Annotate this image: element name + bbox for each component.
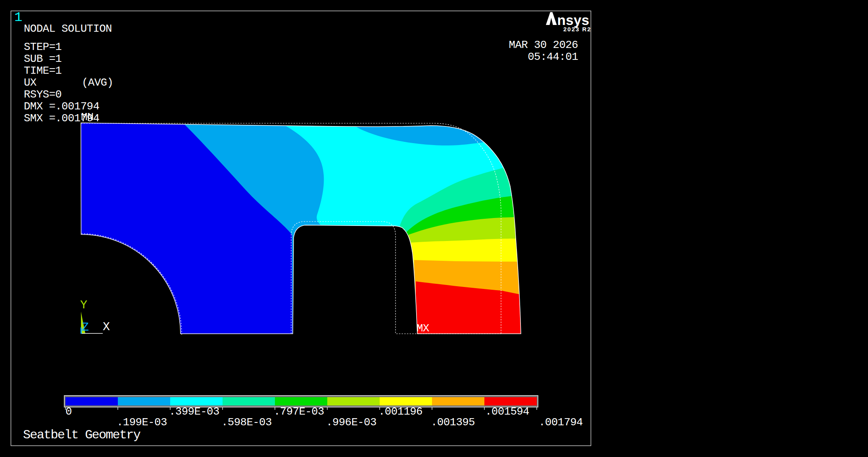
svg-text:1: 1	[14, 10, 22, 25]
svg-text:.001395: .001395	[431, 416, 475, 428]
svg-text:.598E-03: .598E-03	[221, 416, 272, 428]
svg-text:(AVG): (AVG)	[82, 76, 113, 89]
svg-text:.001794: .001794	[539, 416, 583, 428]
svg-text:STEP=1: STEP=1	[24, 41, 61, 53]
svg-text:MX: MX	[417, 322, 430, 335]
svg-text:NODAL SOLUTION: NODAL SOLUTION	[24, 23, 112, 35]
svg-text:05:44:01: 05:44:01	[528, 51, 578, 63]
svg-text:0: 0	[65, 405, 72, 418]
svg-text:.797E-03: .797E-03	[274, 405, 324, 418]
svg-text:.996E-03: .996E-03	[326, 416, 376, 428]
svg-text:Z: Z	[82, 321, 88, 334]
svg-text:.001594: .001594	[485, 405, 529, 418]
svg-text:.001196: .001196	[378, 405, 422, 418]
svg-text:2023 R2: 2023 R2	[563, 26, 591, 33]
svg-text:.199E-03: .199E-03	[117, 416, 167, 428]
svg-text:Y: Y	[80, 298, 87, 312]
svg-text:.399E-03: .399E-03	[169, 405, 219, 418]
svg-text:TIME=1: TIME=1	[24, 65, 61, 77]
svg-text:SUB =1: SUB =1	[24, 53, 61, 65]
svg-text:Seatbelt Geometry: Seatbelt Geometry	[23, 428, 141, 442]
svg-text:X: X	[103, 320, 110, 334]
svg-text:UX: UX	[24, 76, 37, 89]
svg-text:RSYS=0: RSYS=0	[24, 88, 61, 101]
svg-text:MN: MN	[81, 111, 94, 123]
svg-text:MAR 30 2026: MAR 30 2026	[509, 39, 578, 51]
